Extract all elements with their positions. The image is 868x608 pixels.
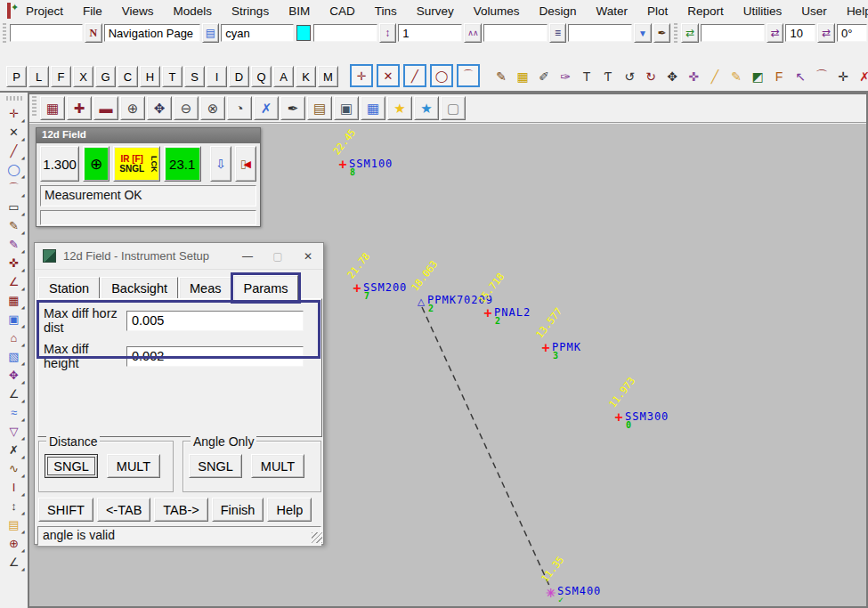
finish-button[interactable]: Finish — [212, 498, 264, 522]
linestyle-icon[interactable]: ≡ — [549, 23, 567, 43]
swap-icon[interactable]: ⇄ — [681, 23, 699, 43]
menu-item[interactable]: Volumes — [464, 4, 530, 18]
menu-item[interactable]: BIM — [279, 4, 320, 18]
move-cross-icon[interactable]: ✥ — [661, 66, 683, 87]
menu-item[interactable]: Utilities — [734, 4, 792, 18]
toolbar-drag-handle[interactable] — [674, 23, 677, 43]
layout-pane-icon[interactable]: ▢ — [441, 96, 466, 120]
colour-swatch[interactable] — [296, 25, 310, 41]
snap-point-icon[interactable]: ✛ — [350, 64, 373, 87]
distance-mult-button[interactable]: MULT — [107, 454, 160, 478]
eyedropper-icon[interactable]: ✒ — [653, 23, 671, 43]
tin-icon[interactable]: ∧∧ — [464, 23, 482, 43]
menu-item[interactable]: Strings — [222, 4, 279, 18]
text-delete-icon[interactable]: ✗ — [854, 66, 868, 87]
help-button[interactable]: Help — [267, 498, 312, 522]
minimize-icon[interactable]: — — [232, 244, 263, 269]
dialog-titlebar[interactable]: 12d Field - Instrument Setup — ▢ ✕ — [35, 243, 323, 270]
angle-line-icon[interactable]: ∠ — [4, 553, 25, 572]
letter-button[interactable]: T — [162, 66, 183, 87]
letter-button[interactable]: A — [273, 66, 294, 87]
favourite-star-blue-icon[interactable]: ★ — [414, 96, 439, 120]
draw-line-icon[interactable]: ╱ — [4, 142, 25, 160]
snap-arc-icon[interactable]: ⌒ — [457, 64, 480, 87]
polygon-icon[interactable]: ⌂ — [4, 328, 25, 347]
rotate-target-icon[interactable]: ↻ — [640, 66, 661, 87]
name-input[interactable] — [10, 24, 83, 42]
image-icon[interactable]: ▧ — [4, 347, 25, 366]
letter-button[interactable]: Q — [251, 66, 272, 87]
tab-back-button[interactable]: <-TAB — [97, 498, 150, 522]
shrink-minus-icon[interactable]: ▬ — [93, 96, 118, 120]
tab-params[interactable]: Params — [233, 275, 299, 301]
model-input[interactable] — [313, 24, 377, 42]
text-palette-icon[interactable]: ◩ — [747, 66, 768, 87]
toolbar-drag-handle[interactable] — [3, 23, 6, 43]
tab-backsight[interactable]: Backsight — [101, 277, 178, 299]
max-diff-height-input[interactable] — [126, 346, 304, 367]
zoom-in-icon[interactable]: ⊕ — [120, 96, 145, 120]
dropdown-icon[interactable]: ▼ — [634, 23, 652, 43]
close-icon[interactable]: ✕ — [293, 244, 323, 269]
circle-move-icon[interactable]: ⊕ — [4, 534, 25, 553]
favourite-star-icon[interactable]: ★ — [387, 96, 412, 120]
measure-bearing-icon[interactable]: ∠ — [4, 272, 25, 291]
select-input[interactable] — [568, 24, 632, 42]
field-window-titlebar[interactable]: 12d Field — [37, 128, 260, 143]
tab-meas[interactable]: Meas — [179, 277, 231, 299]
create-point-icon[interactable]: ✜ — [4, 254, 25, 272]
menu-item[interactable]: Views — [112, 4, 164, 18]
instrument-icon[interactable]: ↕ — [4, 497, 25, 515]
draw-cross-icon[interactable]: ✕ — [4, 123, 25, 142]
rotate-ccw-icon[interactable]: ↺ — [619, 66, 640, 87]
target-icon[interactable]: ⊕ — [83, 146, 110, 182]
tab-forward-button[interactable]: TAB-> — [154, 498, 207, 522]
edit-pencil-icon[interactable]: ✎ — [4, 235, 25, 254]
text-paste-icon[interactable]: ▦ — [512, 66, 533, 87]
zoom-extent-icon[interactable]: ⊖ — [174, 96, 199, 120]
font-icon[interactable]: F — [768, 66, 790, 87]
download-icon[interactable]: ⇩ — [210, 146, 231, 182]
draw-circle-icon[interactable]: ◯ — [4, 160, 25, 179]
value-input[interactable] — [398, 24, 462, 42]
grid-table-icon[interactable]: ▦ — [4, 291, 25, 310]
menu-item[interactable]: Survey — [407, 4, 464, 18]
target-height-button[interactable]: 1.300 — [40, 146, 79, 182]
resize-grip[interactable] — [312, 532, 322, 543]
draw-point-icon[interactable]: ✛ — [4, 104, 25, 123]
linestyle-input[interactable] — [483, 24, 548, 42]
colour-input[interactable] — [221, 24, 294, 42]
maximize-icon[interactable]: ▢ — [263, 244, 293, 269]
draw-rectangle-icon[interactable]: ▭ — [4, 198, 25, 216]
draw-arc-icon[interactable]: ⌒ — [4, 179, 25, 198]
redraw-pen-icon[interactable]: ✒ — [280, 96, 305, 120]
note-edit-icon[interactable]: ▤ — [4, 515, 25, 534]
angle-input[interactable] — [837, 24, 867, 42]
scale-input[interactable] — [785, 24, 815, 42]
menu-item[interactable]: User — [791, 4, 837, 18]
freehand-icon[interactable]: ∿ — [4, 459, 25, 478]
snap-line-icon[interactable]: ╱ — [403, 64, 426, 87]
ruler-icon[interactable]: ╱ — [704, 66, 726, 87]
angle-sngl-button[interactable]: SNGL — [189, 454, 242, 478]
exchange-height-icon[interactable]: ⇄ — [817, 23, 835, 43]
move-icon[interactable]: ✥ — [4, 366, 25, 385]
edit-a-pencil-icon[interactable]: ✎ — [726, 66, 747, 87]
shift-button[interactable]: SHIFT — [38, 498, 93, 522]
zoom-centre-icon[interactable]: ⊗ — [200, 96, 225, 120]
letter-button[interactable]: I — [207, 66, 227, 87]
toolbar-drag-handle[interactable] — [32, 96, 37, 116]
text-height-icon[interactable]: T — [576, 66, 597, 87]
sort-z-icon[interactable]: ↕ — [379, 23, 397, 43]
letter-button[interactable]: K — [296, 66, 316, 87]
letter-button[interactable]: L — [28, 66, 49, 87]
menu-item[interactable]: Help — [837, 4, 868, 18]
text-arc-icon[interactable]: ⌒ — [811, 66, 832, 87]
max-diff-horz-input[interactable] — [126, 311, 304, 331]
letter-button[interactable]: D — [229, 66, 249, 87]
menu-item[interactable]: File — [73, 4, 112, 18]
text-abc-icon[interactable]: ✎ — [4, 216, 25, 235]
letter-button[interactable]: M — [318, 66, 338, 87]
text-slope-icon[interactable]: Ƭ — [597, 66, 619, 87]
angle-mult-button[interactable]: MULT — [251, 454, 304, 478]
